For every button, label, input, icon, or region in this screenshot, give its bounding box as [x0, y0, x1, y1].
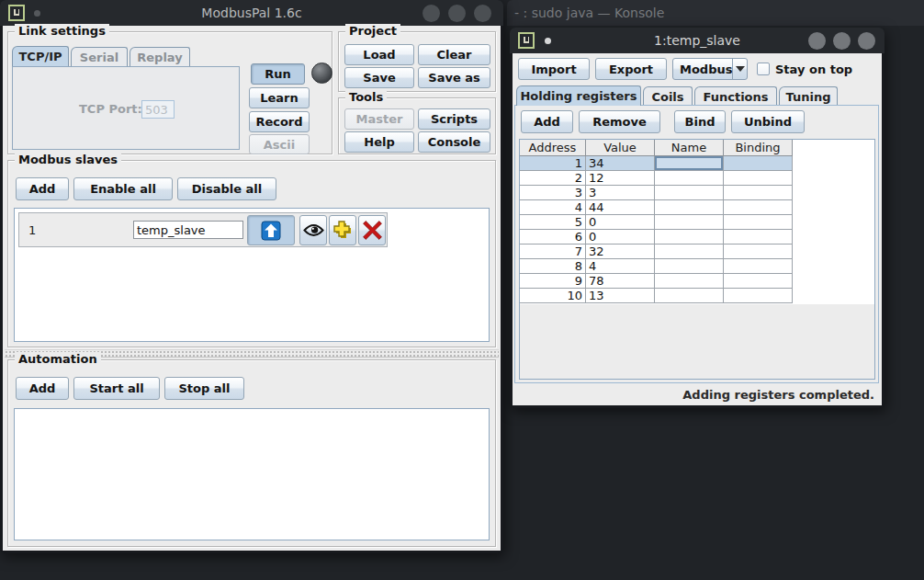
- register-cell-name[interactable]: [655, 215, 724, 229]
- register-cell-bind[interactable]: [724, 215, 793, 229]
- slave-enabled-toggle[interactable]: [247, 215, 295, 245]
- column-header-name[interactable]: Name: [655, 140, 724, 156]
- register-cell-addr[interactable]: 5: [520, 215, 586, 229]
- register-cell-val[interactable]: 0: [586, 215, 655, 229]
- maximize-button[interactable]: [448, 5, 466, 22]
- save-as-button[interactable]: Save as: [418, 67, 490, 88]
- tab-tuning[interactable]: Tuning: [779, 86, 838, 106]
- tab-tcpip[interactable]: TCP/IP: [12, 46, 69, 66]
- learn-button[interactable]: Learn: [249, 87, 310, 108]
- scripts-button[interactable]: Scripts: [418, 108, 490, 130]
- run-button[interactable]: Run: [251, 63, 305, 85]
- register-cell-name[interactable]: [655, 230, 724, 244]
- register-cell-bind[interactable]: [724, 289, 793, 302]
- column-header-binding[interactable]: Binding: [724, 140, 793, 156]
- register-row[interactable]: 444: [520, 200, 793, 215]
- register-row[interactable]: 1013: [520, 289, 793, 303]
- mode-combobox[interactable]: Modbus: [672, 58, 748, 80]
- add-register-button[interactable]: Add: [521, 110, 573, 133]
- register-cell-bind[interactable]: [724, 171, 793, 185]
- register-cell-addr[interactable]: 10: [520, 289, 586, 302]
- register-cell-addr[interactable]: 6: [520, 230, 586, 244]
- load-button[interactable]: Load: [344, 44, 414, 65]
- register-cell-name[interactable]: [655, 245, 724, 258]
- register-row[interactable]: 134: [520, 156, 793, 171]
- slave-row[interactable]: 1: [18, 212, 388, 247]
- stay-on-top-checkbox[interactable]: [757, 63, 770, 75]
- export-button[interactable]: Export: [595, 58, 667, 80]
- register-cell-name[interactable]: [655, 171, 724, 185]
- close-button[interactable]: [858, 32, 875, 50]
- stop-all-button[interactable]: Stop all: [164, 377, 244, 400]
- remove-register-button[interactable]: Remove: [579, 110, 660, 133]
- register-row[interactable]: 978: [520, 274, 793, 289]
- add-slave-button[interactable]: Add: [16, 177, 69, 200]
- register-cell-name[interactable]: [655, 259, 724, 273]
- tab-functions[interactable]: Functions: [694, 86, 777, 106]
- register-cell-bind[interactable]: [724, 156, 793, 170]
- register-cell-bind[interactable]: [724, 274, 793, 288]
- register-cell-addr[interactable]: 2: [520, 171, 586, 185]
- registers-table-header[interactable]: Address Value Name Binding: [520, 140, 793, 156]
- slave-name-input[interactable]: [133, 221, 243, 239]
- register-cell-addr[interactable]: 3: [520, 186, 586, 199]
- delete-slave-button[interactable]: [358, 215, 386, 245]
- console-button[interactable]: Console: [418, 131, 490, 153]
- register-cell-addr[interactable]: 9: [520, 274, 586, 288]
- register-cell-val[interactable]: 3: [586, 186, 655, 199]
- record-button[interactable]: Record: [249, 111, 310, 132]
- minimize-button[interactable]: [808, 32, 826, 50]
- register-row[interactable]: 212: [520, 171, 793, 186]
- register-row[interactable]: 50: [520, 215, 793, 230]
- automation-list[interactable]: [14, 408, 490, 540]
- tab-holding-registers[interactable]: Holding registers: [516, 85, 641, 106]
- register-cell-name[interactable]: [655, 186, 724, 199]
- minimize-button[interactable]: [423, 5, 440, 22]
- register-cell-bind[interactable]: [724, 200, 793, 214]
- close-button[interactable]: [474, 5, 491, 22]
- register-cell-bind[interactable]: [724, 259, 793, 273]
- register-row[interactable]: 60: [520, 230, 793, 245]
- disable-all-button[interactable]: Disable all: [177, 177, 276, 200]
- register-cell-val[interactable]: 32: [586, 245, 655, 258]
- tab-coils[interactable]: Coils: [643, 86, 693, 106]
- add-automation-button[interactable]: [329, 215, 356, 245]
- register-cell-bind[interactable]: [724, 230, 793, 244]
- maximize-button[interactable]: [833, 32, 851, 50]
- tab-serial[interactable]: Serial: [71, 47, 128, 66]
- import-button[interactable]: Import: [518, 58, 590, 80]
- tcp-port-input[interactable]: [141, 100, 175, 119]
- add-automation-item-button[interactable]: Add: [16, 377, 69, 400]
- save-button[interactable]: Save: [344, 67, 414, 88]
- register-cell-name[interactable]: [655, 274, 724, 288]
- register-cell-addr[interactable]: 4: [520, 200, 586, 214]
- column-header-value[interactable]: Value: [586, 140, 655, 156]
- register-cell-name[interactable]: [655, 156, 724, 170]
- enable-all-button[interactable]: Enable all: [73, 177, 173, 200]
- slaves-list[interactable]: 1: [14, 208, 490, 342]
- bind-button[interactable]: Bind: [674, 110, 726, 133]
- register-cell-val[interactable]: 12: [586, 171, 655, 185]
- modbuspal-titlebar[interactable]: ModbusPal 1.6c: [0, 0, 503, 26]
- unbind-button[interactable]: Unbind: [731, 110, 805, 133]
- register-cell-val[interactable]: 0: [586, 230, 655, 244]
- register-cell-val[interactable]: 13: [586, 289, 655, 302]
- help-button[interactable]: Help: [344, 131, 414, 153]
- register-cell-bind[interactable]: [724, 186, 793, 199]
- konsole-titlebar[interactable]: - : sudo java — Konsole: [507, 0, 924, 26]
- clear-button[interactable]: Clear: [418, 44, 490, 65]
- register-row[interactable]: 33: [520, 186, 793, 200]
- register-cell-name[interactable]: [655, 289, 724, 302]
- register-cell-val[interactable]: 78: [586, 274, 655, 288]
- register-cell-val[interactable]: 44: [586, 200, 655, 214]
- tab-replay[interactable]: Replay: [130, 47, 190, 66]
- register-row[interactable]: 732: [520, 245, 793, 259]
- register-cell-bind[interactable]: [724, 245, 793, 258]
- temp-slave-titlebar[interactable]: 1:temp_slave: [510, 28, 885, 53]
- column-header-address[interactable]: Address: [520, 140, 586, 156]
- register-cell-addr[interactable]: 1: [520, 156, 586, 170]
- registers-scrollpane[interactable]: Address Value Name Binding 1342123344450…: [519, 139, 875, 380]
- register-row[interactable]: 84: [520, 259, 793, 274]
- start-all-button[interactable]: Start all: [73, 377, 160, 400]
- register-cell-val[interactable]: 34: [586, 156, 655, 170]
